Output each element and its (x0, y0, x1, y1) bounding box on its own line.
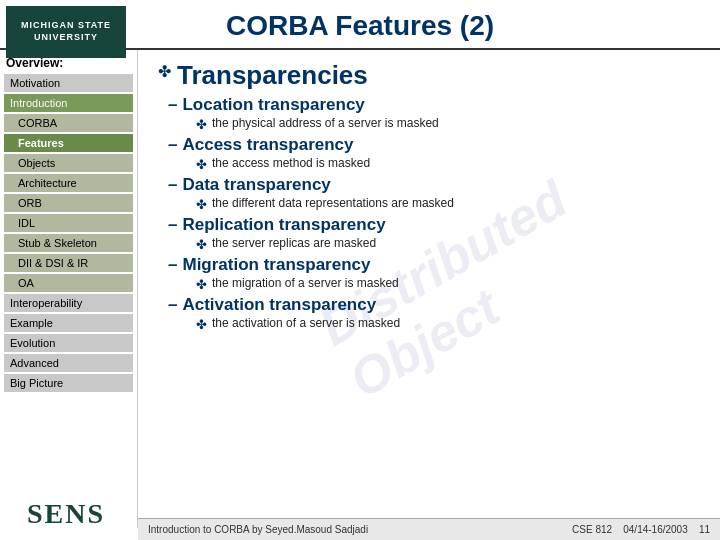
sidebar-item-introduction[interactable]: Introduction (4, 94, 133, 112)
main-bullet-title: Transparencies (177, 60, 368, 91)
main-bullet-icon: ✤ (158, 62, 171, 81)
section-access-bullet: ✤ the access method is masked (196, 156, 700, 172)
section-activation-bullet: ✤ the activation of a server is masked (196, 316, 700, 332)
sidebar-item-architecture[interactable]: Architecture (4, 174, 133, 192)
footer-date: 04/14-16/2003 (623, 524, 688, 535)
bullet-star-5: ✤ (196, 317, 207, 332)
sidebar-item-stub-skeleton[interactable]: Stub & Skeleton (4, 234, 133, 252)
section-data-bullet: ✤ the different data representations are… (196, 196, 700, 212)
bullet-star-4: ✤ (196, 277, 207, 292)
sidebar-item-advanced[interactable]: Advanced (4, 354, 133, 372)
msu-logo-text: MICHIGAN STATEUNIVERSITY (21, 20, 111, 43)
footer-right: CSE 812 04/14-16/2003 11 (572, 524, 710, 535)
sidebar-item-corba[interactable]: CORBA (4, 114, 133, 132)
section-data-heading: – Data transparency (168, 175, 700, 195)
content-area: DistributedObject ✤ Transparencies – Loc… (138, 50, 720, 528)
section-replication-bullet: ✤ the server replicas are masked (196, 236, 700, 252)
sidebar-item-example[interactable]: Example (4, 314, 133, 332)
sidebar-item-dii-dsi-ir[interactable]: DII & DSI & IR (4, 254, 133, 272)
bullet-star-0: ✤ (196, 117, 207, 132)
footer-left: Introduction to CORBA by Seyed.Masoud Sa… (148, 524, 368, 535)
overview-label: Overview: (4, 56, 133, 70)
sidebar-item-orb[interactable]: ORB (4, 194, 133, 212)
section-location-bullet: ✤ the physical address of a server is ma… (196, 116, 700, 132)
content-inner: ✤ Transparencies – Location transparency… (158, 60, 700, 332)
sens-logo: SENS (6, 496, 126, 532)
section-activation-heading: – Activation transparency (168, 295, 700, 315)
footer-page: 11 (699, 524, 710, 535)
footer-course: CSE 812 (572, 524, 612, 535)
sens-logo-text: SENS (27, 498, 105, 530)
bullet-star-3: ✤ (196, 237, 207, 252)
sidebar-item-oa[interactable]: OA (4, 274, 133, 292)
sidebar-item-features[interactable]: Features (4, 134, 133, 152)
sidebar-item-evolution[interactable]: Evolution (4, 334, 133, 352)
sidebar-item-big-picture[interactable]: Big Picture (4, 374, 133, 392)
main-bullet-row: ✤ Transparencies (158, 60, 700, 91)
section-migration-bullet: ✤ the migration of a server is masked (196, 276, 700, 292)
sidebar-item-idl[interactable]: IDL (4, 214, 133, 232)
sidebar-item-interoperability[interactable]: Interoperability (4, 294, 133, 312)
section-replication-heading: – Replication transparency (168, 215, 700, 235)
sidebar: Overview: Motivation Introduction CORBA … (0, 50, 138, 528)
footer: Introduction to CORBA by Seyed.Masoud Sa… (138, 518, 720, 540)
main-layout: Overview: Motivation Introduction CORBA … (0, 50, 720, 528)
bullet-star-2: ✤ (196, 197, 207, 212)
sidebar-item-motivation[interactable]: Motivation (4, 74, 133, 92)
section-migration-heading: – Migration transparency (168, 255, 700, 275)
sub-sections: – Location transparency ✤ the physical a… (168, 95, 700, 332)
msu-logo: MICHIGAN STATEUNIVERSITY (6, 6, 126, 58)
bullet-star-1: ✤ (196, 157, 207, 172)
section-access-heading: – Access transparency (168, 135, 700, 155)
section-location-heading: – Location transparency (168, 95, 700, 115)
sidebar-item-objects[interactable]: Objects (4, 154, 133, 172)
